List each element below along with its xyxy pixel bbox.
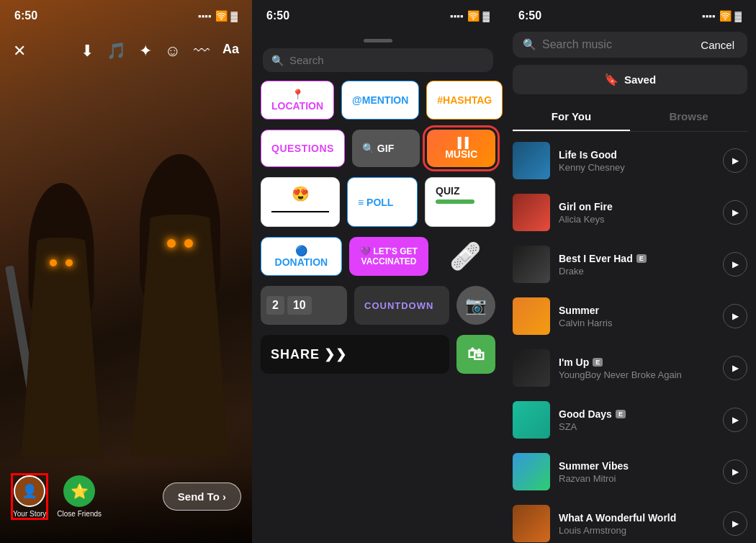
send-to-button[interactable]: Send To ›: [163, 483, 241, 511]
tab-for-you[interactable]: For You: [513, 103, 630, 131]
avatar: 👤: [14, 475, 45, 507]
close-friends-label: Close Friends: [57, 510, 102, 518]
song-title: Life Is Good: [559, 149, 714, 161]
music-info: Life Is Good Kenny Chesney: [559, 149, 714, 173]
signal-icon: ▪▪▪▪: [198, 11, 211, 22]
album-art: [513, 246, 550, 283]
album-art: [513, 349, 550, 387]
search-input[interactable]: [289, 54, 485, 66]
vaccinated-sticker[interactable]: 💜 LET'S GET VACCINATED: [349, 237, 429, 276]
explicit-badge: E: [593, 358, 603, 367]
play-button[interactable]: ▶: [723, 511, 747, 536]
song-artist: Louis Armstrong: [559, 525, 714, 536]
play-button[interactable]: ▶: [723, 408, 747, 432]
questions-sticker[interactable]: QUESTIONS: [261, 130, 345, 167]
emoji-sticker[interactable]: 😍 ————: [261, 177, 340, 227]
album-art: [513, 297, 550, 335]
music-list-item[interactable]: Summer Calvin Harris ▶: [504, 290, 756, 342]
gif-sticker[interactable]: 🔍 GIF: [352, 130, 420, 167]
timer-sticker[interactable]: 2 10: [261, 286, 347, 325]
song-title: Good Days E: [559, 408, 714, 420]
countdown-sticker[interactable]: COUNTDOWN: [354, 286, 449, 325]
music-list-item[interactable]: Life Is Good Kenny Chesney ▶: [504, 135, 756, 187]
location-sticker[interactable]: 📍 LOCATION: [261, 81, 334, 120]
wifi-icon: 🛜: [467, 10, 480, 22]
music-highlight-circle: [423, 125, 500, 171]
song-title: Best I Ever Had E: [559, 253, 714, 264]
close-friends-button[interactable]: ⭐ Close Friends: [57, 475, 102, 518]
text-icon[interactable]: Aa: [222, 42, 239, 60]
saved-button[interactable]: 🔖 Saved: [513, 65, 747, 94]
music-list: Life Is Good Kenny Chesney ▶ Girl on Fir…: [504, 135, 756, 543]
music-search-input[interactable]: [542, 38, 695, 51]
status-bar: 6:50 ▪▪▪▪ 🛜 ▓: [0, 0, 252, 32]
song-artist: Calvin Harris: [559, 318, 714, 328]
status-bar: 6:50 ▪▪▪▪ 🛜 ▓: [252, 0, 504, 32]
timer-digit-2: 10: [287, 296, 312, 315]
play-button[interactable]: ▶: [723, 148, 747, 173]
music-sticker[interactable]: ▐▐ MUSIC: [427, 130, 495, 167]
mention-sticker[interactable]: @MENTION: [341, 81, 419, 120]
sticker-row-3: 😍 ———— ≡ POLL QUIZ: [261, 177, 495, 227]
eye-left: [50, 259, 57, 266]
song-title: I'm Up E: [559, 356, 714, 368]
music-list-item[interactable]: Best I Ever Had E Drake ▶: [504, 238, 756, 290]
music-list-item[interactable]: Summer Vibes Razvan Mitroi ▶: [504, 446, 756, 498]
status-bar: 6:50 ▪▪▪▪ 🛜 ▓: [504, 0, 756, 32]
music-list-item[interactable]: Good Days E SZA ▶: [504, 394, 756, 446]
album-art: [513, 142, 550, 179]
search-bar[interactable]: 🔍: [263, 48, 493, 72]
donation-sticker[interactable]: 🔵 DONATION: [261, 237, 342, 276]
explicit-badge: E: [616, 410, 626, 418]
music-icon[interactable]: 🎵: [107, 42, 126, 60]
music-list-item[interactable]: I'm Up E YoungBoy Never Broke Again ▶: [504, 342, 756, 394]
music-list-item[interactable]: What A Wonderful World Louis Armstrong ▶: [504, 498, 756, 543]
play-button[interactable]: ▶: [723, 459, 747, 484]
tab-browse[interactable]: Browse: [630, 103, 747, 131]
sticker-row-2: QUESTIONS 🔍 GIF ▐▐ MUSIC: [261, 130, 495, 167]
eye-right: [66, 259, 73, 266]
music-info: Good Days E SZA: [559, 408, 714, 432]
close-button[interactable]: ✕: [13, 42, 26, 60]
vaccine-art: 🩹: [436, 237, 495, 276]
song-artist: Alicia Keys: [559, 214, 714, 225]
song-title: What A Wonderful World: [559, 512, 714, 524]
your-story-button[interactable]: 👤 Your Story: [11, 473, 48, 520]
panel-story: 6:50 ▪▪▪▪ 🛜 ▓ ✕ ⬇ 🎵 ✦ ☺ 〰 Aa 👤 Your Stor…: [0, 0, 252, 543]
music-info: Best I Ever Had E Drake: [559, 253, 714, 277]
poll-sticker[interactable]: ≡ POLL: [347, 177, 418, 227]
search-icon: 🔍: [523, 38, 536, 51]
status-icons: ▪▪▪▪ 🛜 ▓: [450, 10, 490, 22]
status-time: 6:50: [518, 9, 541, 22]
sparkle-icon[interactable]: ✦: [139, 42, 152, 60]
music-search-bar[interactable]: 🔍 Cancel: [513, 32, 747, 58]
cancel-button[interactable]: Cancel: [701, 39, 734, 51]
music-list-item[interactable]: Girl on Fire Alicia Keys ▶: [504, 187, 756, 238]
wavy-icon[interactable]: 〰: [194, 42, 210, 60]
hashtag-sticker[interactable]: #HASHTAG: [426, 81, 503, 120]
your-story-label: Your Story: [13, 510, 46, 518]
close-friends-icon: ⭐: [63, 475, 95, 507]
bag-sticker[interactable]: 🛍: [456, 335, 495, 374]
play-button[interactable]: ▶: [723, 356, 747, 380]
status-icons: ▪▪▪▪ 🛜 ▓: [702, 10, 742, 22]
battery-icon: ▓: [483, 11, 490, 22]
album-art: [513, 453, 550, 490]
eyes: [167, 239, 193, 248]
play-button[interactable]: ▶: [723, 200, 747, 225]
share-sticker[interactable]: SHARE ❯❯: [261, 335, 449, 374]
jawa-scene: [0, 0, 252, 543]
face-icon[interactable]: ☺: [165, 42, 181, 60]
play-button[interactable]: ▶: [723, 252, 747, 277]
camera-sticker[interactable]: 📷: [456, 286, 495, 325]
song-artist: Kenny Chesney: [559, 162, 714, 173]
quiz-sticker[interactable]: QUIZ: [425, 177, 495, 227]
song-title: Summer Vibes: [559, 460, 714, 472]
play-button[interactable]: ▶: [723, 304, 747, 328]
bookmark-icon: 🔖: [604, 73, 618, 86]
saved-label: Saved: [624, 73, 656, 86]
download-icon[interactable]: ⬇: [81, 42, 94, 60]
song-title: Summer: [559, 305, 714, 316]
jawa-left: [14, 183, 108, 457]
drag-handle: [364, 39, 392, 42]
